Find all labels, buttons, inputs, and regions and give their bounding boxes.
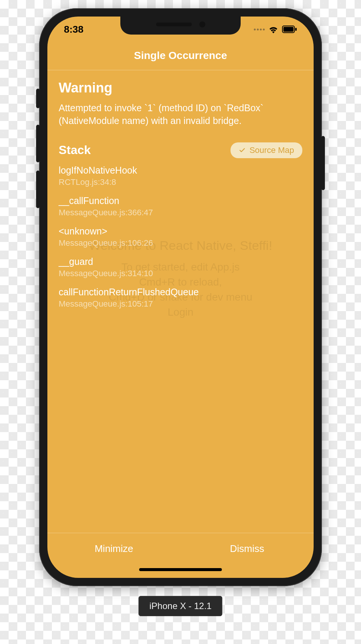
stack-frame-location: MessageQueue.js:106:26 xyxy=(59,238,302,248)
check-icon xyxy=(239,147,246,154)
stack-frame[interactable]: logIfNoNativeHookRCTLog.js:34:8 xyxy=(59,165,302,187)
stack-frame[interactable]: __callFunctionMessageQueue.js:366:47 xyxy=(59,195,302,218)
warning-message: Attempted to invoke `1` (method ID) on `… xyxy=(59,102,302,127)
stack-frame-function: __callFunction xyxy=(59,195,302,206)
simulator-label: iPhone X - 12.1 xyxy=(138,596,222,616)
stack-frame-location: MessageQueue.js:105:17 xyxy=(59,299,302,309)
stack-heading: Stack xyxy=(59,143,91,157)
stack-frame-function: <unknown> xyxy=(59,226,302,237)
svg-rect-2 xyxy=(295,28,297,31)
stack-frame-function: callFunctionReturnFlushedQueue xyxy=(59,287,302,298)
minimize-button[interactable]: Minimize xyxy=(47,533,180,578)
mute-switch[interactable] xyxy=(36,89,40,108)
source-map-label: Source Map xyxy=(249,145,294,155)
canvas: 8:38 Welcome to React Native, Steffi! T xyxy=(0,0,361,644)
status-right xyxy=(254,25,297,33)
overlay-title: Single Occurrence xyxy=(47,50,314,70)
stack-frame-location: MessageQueue.js:314:10 xyxy=(59,269,302,278)
dismiss-button[interactable]: Dismiss xyxy=(180,533,314,578)
svg-rect-1 xyxy=(284,27,294,32)
wifi-icon xyxy=(268,25,278,33)
home-indicator[interactable] xyxy=(139,568,222,571)
stack-frame-function: logIfNoNativeHook xyxy=(59,165,302,176)
stack-frame-location: MessageQueue.js:366:47 xyxy=(59,208,302,218)
notch xyxy=(120,17,241,35)
side-power-button[interactable] xyxy=(321,136,325,190)
screen: 8:38 Welcome to React Native, Steffi! T xyxy=(47,17,314,578)
warning-overlay: Single Occurrence Warning Attempted to i… xyxy=(47,17,314,578)
battery-icon xyxy=(282,26,297,33)
stack-frame-location: RCTLog.js:34:8 xyxy=(59,177,302,187)
stack-frame[interactable]: __guardMessageQueue.js:314:10 xyxy=(59,256,302,278)
source-map-toggle[interactable]: Source Map xyxy=(231,142,302,158)
volume-up-button[interactable] xyxy=(36,125,40,162)
volume-down-button[interactable] xyxy=(36,171,40,208)
stack-frame[interactable]: callFunctionReturnFlushedQueueMessageQue… xyxy=(59,287,302,309)
stack-frame[interactable]: <unknown>MessageQueue.js:106:26 xyxy=(59,226,302,248)
overlay-footer: Minimize Dismiss xyxy=(47,533,314,578)
stack-frames: logIfNoNativeHookRCTLog.js:34:8__callFun… xyxy=(59,165,302,309)
cellular-dots-icon xyxy=(254,29,265,30)
warning-heading: Warning xyxy=(59,80,302,96)
overlay-content: Warning Attempted to invoke `1` (method … xyxy=(47,70,314,533)
status-time: 8:38 xyxy=(64,24,83,35)
stack-frame-function: __guard xyxy=(59,256,302,267)
phone-frame: 8:38 Welcome to React Native, Steffi! T xyxy=(39,8,322,586)
